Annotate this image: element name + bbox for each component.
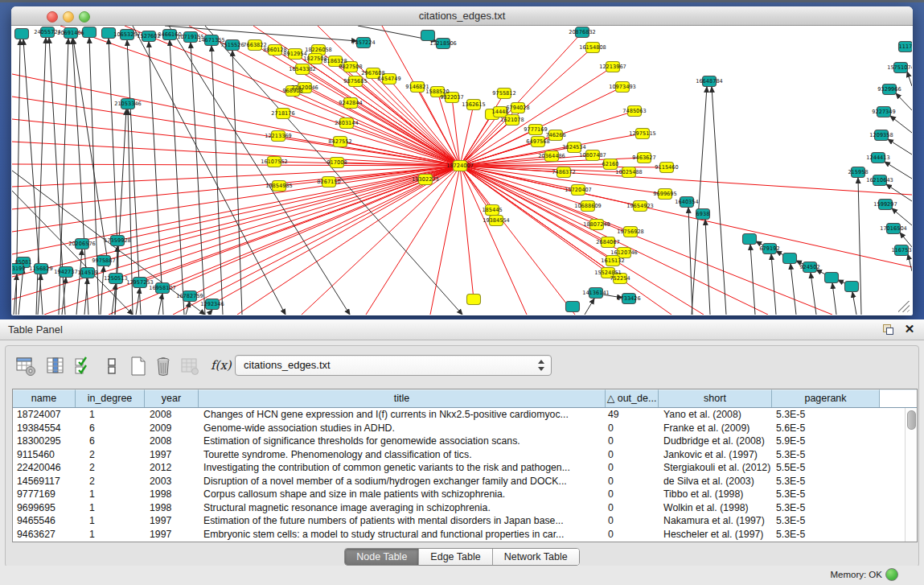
column-header-out-de-[interactable]: △ out_de...: [606, 389, 659, 407]
function-builder-icon[interactable]: f(x): [211, 358, 232, 373]
table-cell: 6: [76, 435, 145, 448]
graph-node[interactable]: [15, 29, 29, 39]
delete-table-icon[interactable]: [179, 356, 200, 377]
table-settings-icon[interactable]: [15, 356, 36, 377]
graph-node[interactable]: [743, 234, 757, 245]
tab-node-table[interactable]: Node Table: [345, 549, 419, 565]
tab-edge-table[interactable]: Edge Table: [419, 549, 492, 565]
table-cell: Nakamura et al. (1997): [659, 514, 772, 528]
table-cell: 1997: [145, 448, 199, 462]
table-row[interactable]: 977716911998Corpus callosum shape and si…: [13, 488, 906, 501]
table-panel-header: Table Panel ✕: [0, 319, 924, 340]
column-header-short[interactable]: short: [659, 389, 772, 407]
svg-text:968908: 968908: [282, 88, 302, 94]
table-cell: 19384554: [13, 422, 76, 435]
tab-network-table[interactable]: Network Table: [493, 549, 579, 565]
graph-node[interactable]: [566, 302, 580, 312]
column-header-title[interactable]: title: [199, 389, 606, 407]
table-cell: 5.9E-5: [772, 435, 880, 448]
svg-text:20876832: 20876832: [569, 29, 596, 35]
graph-node[interactable]: [421, 31, 435, 41]
window-titlebar[interactable]: citations_edges.txt: [11, 6, 913, 26]
svg-text:15302273: 15302273: [412, 176, 439, 183]
svg-text:33199: 33199: [12, 266, 25, 272]
table-cell: Estimation of the future numbers of pati…: [199, 514, 606, 528]
table-row[interactable]: 1872400712008Changes of HCN gene express…: [13, 408, 906, 422]
svg-text:15720407: 15720407: [565, 187, 592, 193]
svg-text:14136141: 14136141: [582, 290, 610, 296]
svg-text:16154808: 16154808: [579, 44, 606, 51]
svg-text:1527602: 1527602: [137, 33, 160, 39]
table-row[interactable]: 1830029562008Estimation of significance …: [13, 435, 906, 448]
close-panel-icon[interactable]: ✕: [903, 323, 916, 336]
table-cell: 18300295: [13, 435, 76, 448]
table-cell: 2: [76, 461, 145, 475]
memory-status-label: Memory: OK: [830, 570, 882, 579]
table-row[interactable]: 2242004622012Investigating the contribut…: [13, 461, 906, 475]
table-cell: 0: [606, 435, 659, 448]
delete-rows-trash-icon[interactable]: [153, 356, 174, 377]
svg-text:16648784: 16648784: [696, 78, 723, 84]
new-table-icon[interactable]: [128, 356, 149, 377]
graph-node[interactable]: [83, 27, 97, 38]
svg-text:16958107: 16958107: [149, 285, 176, 291]
table-cell: 14569117: [13, 475, 76, 488]
network-canvas[interactable]: 2405572420691406106532571527602846616010…: [12, 26, 912, 315]
table-selector-dropdown[interactable]: citations_edges.txt: [235, 355, 552, 376]
show-column-icon[interactable]: [45, 356, 66, 377]
column-header-name[interactable]: name: [13, 389, 76, 407]
graph-node[interactable]: [825, 273, 839, 283]
scrollbar-thumb[interactable]: [907, 410, 916, 430]
svg-text:1362615: 1362615: [462, 101, 485, 108]
svg-text:19854985: 19854985: [265, 183, 293, 189]
table-cell: 1: [76, 528, 145, 542]
svg-text:8427552: 8427552: [328, 138, 351, 145]
svg-text:185445: 185445: [482, 207, 502, 213]
window-resize-grip[interactable]: [898, 301, 910, 312]
svg-text:924502: 924502: [799, 264, 819, 270]
graph-node[interactable]: [845, 282, 859, 292]
table-cell: Changes of HCN gene expression and I(f) …: [199, 408, 606, 422]
table-cell: 18724007: [13, 408, 76, 422]
svg-text:16107552: 16107552: [261, 159, 288, 165]
column-header-in-degree[interactable]: in_degree: [76, 389, 145, 407]
table-cell: Investigating the contribution of common…: [199, 461, 606, 475]
table-row[interactable]: 1456911722003Disruption of a novel membe…: [13, 475, 906, 488]
svg-text:62160: 62160: [602, 161, 619, 167]
select-rows-icon[interactable]: [73, 356, 94, 377]
svg-text:679192: 679192: [759, 245, 779, 252]
table-row[interactable]: 969969511998Structural magnetic resonanc…: [13, 501, 906, 515]
table-cell: Disruption of a novel member of a sodium…: [199, 475, 606, 488]
svg-text:9975887: 9975887: [92, 257, 115, 264]
column-header-pagerank[interactable]: pagerank: [772, 389, 880, 407]
table-cell: 9465546: [13, 514, 76, 528]
table-cell: 1998: [145, 501, 199, 515]
table-row[interactable]: 946362711997Embryonic stem cells: a mode…: [13, 528, 906, 542]
table-cell: Dudbridge et al. (2008): [659, 435, 772, 448]
node-attribute-table[interactable]: namein_degreeyeartitle△ out_de...shortpa…: [12, 389, 918, 542]
column-panel-icon[interactable]: [101, 356, 122, 377]
table-selector-value: citations_edges.txt: [244, 359, 331, 371]
svg-text:9242844: 9242844: [339, 100, 362, 106]
table-vertical-scrollbar[interactable]: [905, 408, 917, 542]
table-row[interactable]: 1938455462009Genome-wide association stu…: [13, 422, 906, 435]
svg-text:746266: 746266: [545, 132, 565, 138]
memory-ok-indicator[interactable]: [885, 568, 898, 581]
float-window-icon[interactable]: [883, 324, 893, 335]
table-cell: 2: [76, 448, 145, 462]
graph-node[interactable]: [467, 295, 481, 305]
table-row[interactable]: 911546021997Tourette syndrome. Phenomeno…: [13, 448, 906, 462]
citation-network-graph[interactable]: 2405572420691406106532571527602846616010…: [12, 26, 912, 315]
table-cell: 2: [76, 475, 145, 488]
table-cell: 6: [76, 422, 145, 435]
table-row[interactable]: 946554611997Estimation of the future num…: [13, 514, 906, 528]
svg-text:752254: 752254: [610, 275, 630, 282]
network-view-window[interactable]: citations_edges.txt 24055724206914061065…: [11, 6, 913, 315]
table-cell: 5.3E-5: [772, 475, 880, 488]
table-cell: 0: [606, 488, 659, 501]
column-header-year[interactable]: year: [145, 389, 199, 407]
graph-node[interactable]: [783, 253, 797, 264]
table-cell: 2008: [145, 408, 199, 422]
svg-text:1599297: 1599297: [873, 201, 897, 208]
svg-text:114519: 114519: [77, 270, 97, 276]
